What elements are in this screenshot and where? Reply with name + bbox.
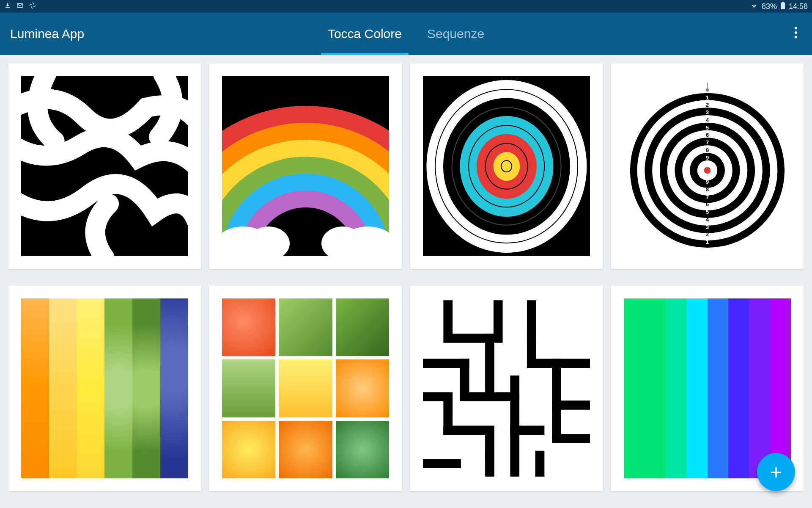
squiggle-thumbnail xyxy=(21,76,188,256)
maze-thumbnail xyxy=(423,298,590,478)
plus-icon: + xyxy=(770,461,782,484)
archery-thumbnail xyxy=(423,76,590,256)
svg-text:1: 1 xyxy=(706,94,709,101)
tab-sequenze[interactable]: Sequenze xyxy=(427,13,484,55)
svg-text:7: 7 xyxy=(706,139,709,146)
fruit-stripes-thumbnail xyxy=(21,298,188,478)
status-left xyxy=(4,2,36,11)
svg-text:9: 9 xyxy=(706,155,709,161)
svg-text:5: 5 xyxy=(706,209,709,215)
dartboard-thumbnail: 1 2 3 4 5 6 7 8 9 9 8 7 6 5 4 3 2 1 xyxy=(624,76,791,256)
grid-item-maze[interactable] xyxy=(410,286,603,491)
wifi-icon xyxy=(750,2,758,11)
grid-item-fruit-grid[interactable] xyxy=(209,286,402,491)
svg-text:4: 4 xyxy=(706,117,709,123)
fruit-grid-thumbnail xyxy=(222,298,389,478)
clock-text: 14:58 xyxy=(789,2,808,11)
download-icon xyxy=(4,2,11,11)
svg-rect-1 xyxy=(781,3,785,9)
svg-text:6: 6 xyxy=(706,132,709,138)
svg-text:9: 9 xyxy=(706,179,709,185)
svg-point-3 xyxy=(795,27,797,29)
svg-text:8: 8 xyxy=(706,147,709,153)
grid-item-dartboard[interactable]: 1 2 3 4 5 6 7 8 9 9 8 7 6 5 4 3 2 1 xyxy=(611,64,804,269)
battery-icon xyxy=(780,2,785,11)
sync-icon xyxy=(29,2,36,11)
rainbow-thumbnail xyxy=(222,76,389,256)
spectrum-thumbnail xyxy=(624,298,791,478)
app-bar: Luminea App Tocca Colore Sequenze xyxy=(0,13,812,55)
svg-text:3: 3 xyxy=(706,224,709,230)
grid-item-archery-target[interactable] xyxy=(410,64,603,269)
content-grid: 1 2 3 4 5 6 7 8 9 9 8 7 6 5 4 3 2 1 xyxy=(0,55,812,508)
tab-tocca-colore[interactable]: Tocca Colore xyxy=(328,13,402,55)
status-bar: 83% 14:58 xyxy=(0,0,812,13)
svg-text:8: 8 xyxy=(706,186,709,193)
svg-text:6: 6 xyxy=(706,201,709,207)
svg-point-7 xyxy=(706,88,709,92)
battery-text: 83% xyxy=(762,2,777,11)
svg-point-5 xyxy=(795,36,797,38)
svg-text:1: 1 xyxy=(706,239,709,245)
mail-icon xyxy=(16,2,24,11)
svg-text:7: 7 xyxy=(706,194,709,200)
overflow-menu-icon[interactable] xyxy=(790,22,802,46)
grid-item-rainbow[interactable] xyxy=(209,64,402,269)
app-title: Luminea App xyxy=(10,27,84,41)
svg-text:2: 2 xyxy=(706,102,709,108)
svg-text:2: 2 xyxy=(706,231,709,237)
svg-text:5: 5 xyxy=(706,124,709,131)
fab-add-button[interactable]: + xyxy=(757,453,795,491)
grid-item-fruit-stripes[interactable] xyxy=(8,286,201,491)
svg-point-4 xyxy=(795,31,797,34)
svg-rect-2 xyxy=(782,2,784,3)
svg-text:4: 4 xyxy=(706,216,709,223)
tabs: Tocca Colore Sequenze xyxy=(328,13,484,55)
svg-point-18 xyxy=(704,167,711,174)
svg-text:3: 3 xyxy=(706,109,709,116)
grid-item-squiggle[interactable] xyxy=(8,64,201,269)
status-right: 83% 14:58 xyxy=(750,2,808,11)
